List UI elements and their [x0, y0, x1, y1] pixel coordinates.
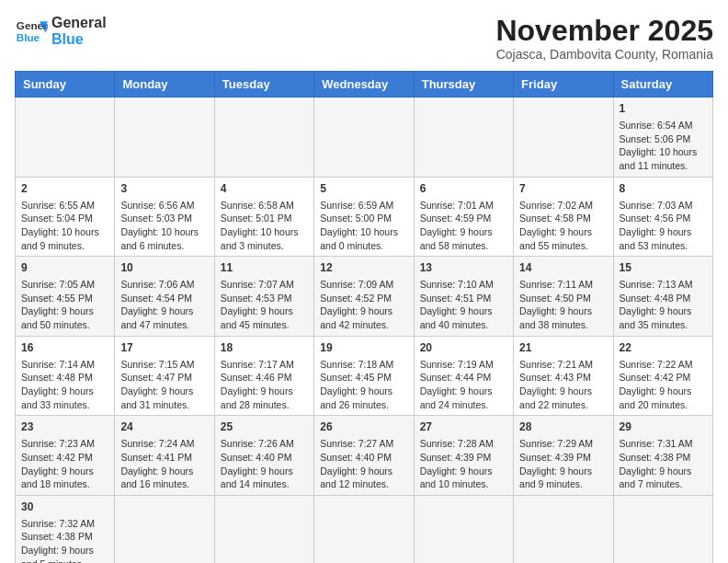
day-info: Sunrise: 6:55 AM Sunset: 5:04 PM Dayligh… — [21, 199, 108, 253]
calendar-cell: 24Sunrise: 7:24 AM Sunset: 4:41 PM Dayli… — [115, 416, 214, 496]
calendar-cell — [514, 495, 613, 563]
calendar-cell — [314, 495, 414, 563]
calendar-cell: 20Sunrise: 7:19 AM Sunset: 4:44 PM Dayli… — [414, 336, 513, 416]
day-number: 20 — [420, 340, 507, 356]
calendar-cell — [613, 495, 712, 563]
calendar-cell: 8Sunrise: 7:03 AM Sunset: 4:56 PM Daylig… — [613, 177, 712, 257]
day-info: Sunrise: 7:27 AM Sunset: 4:40 PM Dayligh… — [320, 437, 407, 491]
day-info: Sunrise: 7:11 AM Sunset: 4:50 PM Dayligh… — [519, 278, 607, 332]
day-number: 30 — [21, 500, 108, 515]
logo-blue-text: Blue — [51, 31, 107, 48]
day-number: 16 — [21, 340, 108, 356]
day-number: 3 — [120, 181, 208, 197]
calendar-week-4: 16Sunrise: 7:14 AM Sunset: 4:48 PM Dayli… — [16, 336, 713, 416]
day-info: Sunrise: 7:07 AM Sunset: 4:53 PM Dayligh… — [221, 278, 308, 332]
day-info: Sunrise: 7:28 AM Sunset: 4:39 PM Dayligh… — [420, 437, 507, 491]
calendar-cell: 16Sunrise: 7:14 AM Sunset: 4:48 PM Dayli… — [16, 336, 115, 416]
day-number: 24 — [120, 419, 208, 435]
day-number: 23 — [21, 419, 108, 435]
day-info: Sunrise: 7:05 AM Sunset: 4:55 PM Dayligh… — [21, 278, 108, 332]
calendar-table: SundayMondayTuesdayWednesdayThursdayFrid… — [15, 71, 713, 563]
day-number: 27 — [420, 419, 507, 435]
calendar-cell: 1Sunrise: 6:54 AM Sunset: 5:06 PM Daylig… — [613, 98, 712, 178]
day-info: Sunrise: 6:58 AM Sunset: 5:01 PM Dayligh… — [221, 199, 308, 253]
calendar-cell: 18Sunrise: 7:17 AM Sunset: 4:46 PM Dayli… — [214, 336, 313, 416]
calendar-cell: 4Sunrise: 6:58 AM Sunset: 5:01 PM Daylig… — [214, 177, 313, 257]
calendar-week-2: 2Sunrise: 6:55 AM Sunset: 5:04 PM Daylig… — [16, 177, 713, 257]
day-info: Sunrise: 7:31 AM Sunset: 4:38 PM Dayligh… — [620, 437, 707, 491]
calendar-cell — [414, 98, 513, 178]
day-info: Sunrise: 7:17 AM Sunset: 4:46 PM Dayligh… — [221, 358, 308, 412]
day-header-thursday: Thursday — [414, 72, 513, 98]
calendar-cell: 2Sunrise: 6:55 AM Sunset: 5:04 PM Daylig… — [16, 177, 115, 257]
day-info: Sunrise: 7:26 AM Sunset: 4:40 PM Dayligh… — [221, 437, 308, 491]
day-number: 26 — [320, 419, 407, 435]
calendar-cell — [514, 98, 613, 178]
day-info: Sunrise: 7:01 AM Sunset: 4:59 PM Dayligh… — [420, 199, 507, 253]
calendar-week-3: 9Sunrise: 7:05 AM Sunset: 4:55 PM Daylig… — [16, 257, 713, 337]
day-info: Sunrise: 7:19 AM Sunset: 4:44 PM Dayligh… — [420, 358, 507, 412]
day-number: 22 — [620, 340, 707, 356]
day-info: Sunrise: 7:03 AM Sunset: 4:56 PM Dayligh… — [620, 199, 707, 253]
calendar-cell: 21Sunrise: 7:21 AM Sunset: 4:43 PM Dayli… — [514, 336, 613, 416]
calendar-header-row: SundayMondayTuesdayWednesdayThursdayFrid… — [16, 72, 713, 98]
calendar-week-6: 30Sunrise: 7:32 AM Sunset: 4:38 PM Dayli… — [16, 495, 713, 563]
day-info: Sunrise: 7:10 AM Sunset: 4:51 PM Dayligh… — [420, 278, 507, 332]
day-number: 10 — [120, 260, 208, 276]
calendar-cell: 14Sunrise: 7:11 AM Sunset: 4:50 PM Dayli… — [514, 257, 613, 337]
day-number: 28 — [519, 419, 607, 435]
day-info: Sunrise: 7:13 AM Sunset: 4:48 PM Dayligh… — [620, 278, 707, 332]
logo: General Blue General Blue — [15, 15, 107, 48]
calendar-cell: 10Sunrise: 7:06 AM Sunset: 4:54 PM Dayli… — [115, 257, 214, 337]
day-number: 21 — [519, 340, 607, 356]
day-number: 14 — [519, 260, 607, 276]
calendar-cell: 28Sunrise: 7:29 AM Sunset: 4:39 PM Dayli… — [514, 416, 613, 496]
day-info: Sunrise: 7:32 AM Sunset: 4:38 PM Dayligh… — [21, 517, 108, 563]
calendar-cell — [115, 98, 214, 178]
calendar-cell: 13Sunrise: 7:10 AM Sunset: 4:51 PM Dayli… — [414, 257, 513, 337]
logo-icon: General Blue — [15, 15, 48, 48]
calendar-cell: 7Sunrise: 7:02 AM Sunset: 4:58 PM Daylig… — [514, 177, 613, 257]
day-info: Sunrise: 6:54 AM Sunset: 5:06 PM Dayligh… — [620, 119, 707, 173]
calendar-cell: 17Sunrise: 7:15 AM Sunset: 4:47 PM Dayli… — [115, 336, 214, 416]
calendar-cell: 6Sunrise: 7:01 AM Sunset: 4:59 PM Daylig… — [414, 177, 513, 257]
day-number: 6 — [420, 181, 507, 197]
day-number: 29 — [620, 419, 707, 435]
calendar-cell: 27Sunrise: 7:28 AM Sunset: 4:39 PM Dayli… — [414, 416, 513, 496]
day-number: 25 — [221, 419, 308, 435]
day-number: 11 — [221, 260, 308, 276]
calendar-cell: 22Sunrise: 7:22 AM Sunset: 4:42 PM Dayli… — [613, 336, 712, 416]
day-header-friday: Friday — [514, 72, 613, 98]
calendar-cell: 3Sunrise: 6:56 AM Sunset: 5:03 PM Daylig… — [115, 177, 214, 257]
calendar-cell: 11Sunrise: 7:07 AM Sunset: 4:53 PM Dayli… — [214, 257, 313, 337]
logo-general-text: General — [51, 15, 107, 31]
day-number: 1 — [620, 101, 707, 117]
day-header-wednesday: Wednesday — [314, 72, 414, 98]
day-info: Sunrise: 7:18 AM Sunset: 4:45 PM Dayligh… — [320, 358, 407, 412]
calendar-week-5: 23Sunrise: 7:23 AM Sunset: 4:42 PM Dayli… — [16, 416, 713, 496]
day-info: Sunrise: 7:15 AM Sunset: 4:47 PM Dayligh… — [120, 358, 208, 412]
day-number: 5 — [320, 181, 407, 197]
day-number: 13 — [420, 260, 507, 276]
calendar-cell: 15Sunrise: 7:13 AM Sunset: 4:48 PM Dayli… — [613, 257, 712, 337]
calendar-week-1: 1Sunrise: 6:54 AM Sunset: 5:06 PM Daylig… — [16, 98, 713, 178]
day-number: 2 — [21, 181, 108, 197]
day-header-tuesday: Tuesday — [214, 72, 313, 98]
calendar-cell: 29Sunrise: 7:31 AM Sunset: 4:38 PM Dayli… — [613, 416, 712, 496]
day-number: 18 — [221, 340, 308, 356]
calendar-cell — [414, 495, 513, 563]
day-info: Sunrise: 7:23 AM Sunset: 4:42 PM Dayligh… — [21, 437, 108, 491]
calendar-cell — [115, 495, 214, 563]
day-number: 9 — [21, 260, 108, 276]
svg-text:Blue: Blue — [17, 31, 40, 43]
day-info: Sunrise: 7:09 AM Sunset: 4:52 PM Dayligh… — [320, 278, 407, 332]
month-title: November 2025 — [495, 15, 713, 47]
calendar-cell: 9Sunrise: 7:05 AM Sunset: 4:55 PM Daylig… — [16, 257, 115, 337]
calendar-cell: 19Sunrise: 7:18 AM Sunset: 4:45 PM Dayli… — [314, 336, 414, 416]
calendar-cell — [16, 98, 115, 178]
day-number: 4 — [221, 181, 308, 197]
calendar-cell — [214, 495, 313, 563]
day-info: Sunrise: 7:24 AM Sunset: 4:41 PM Dayligh… — [120, 437, 208, 491]
calendar-cell: 26Sunrise: 7:27 AM Sunset: 4:40 PM Dayli… — [314, 416, 414, 496]
day-number: 7 — [519, 181, 607, 197]
